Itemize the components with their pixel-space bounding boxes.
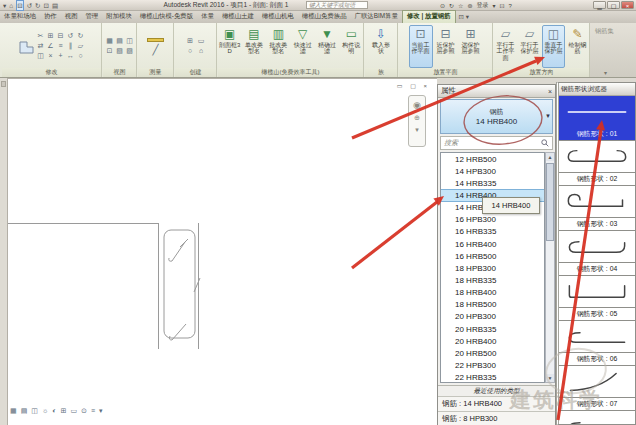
type-list-item[interactable]: 18 HRB335 (441, 274, 544, 286)
panel-expand-icon[interactable]: ▾ (604, 69, 607, 76)
type-list-item[interactable]: 22 HRB335 (441, 372, 544, 383)
tab-5[interactable]: 橄榄山快模-免费版 (136, 11, 197, 23)
type-selector-dropdown-icon[interactable]: ▼ (545, 113, 551, 119)
panel-label-gls[interactable]: 橄榄山(免费效率工具) (218, 68, 363, 77)
tab-0[interactable]: 体量和场地 (0, 11, 40, 23)
save-icon[interactable]: ⊟ (16, 0, 23, 11)
recent-type-item[interactable]: 钢筋 : 14 HRB400 (438, 396, 555, 411)
panel-label-modify[interactable]: 修改 (2, 68, 101, 77)
type-list-scrollbar[interactable]: ▲ ▼ (545, 152, 555, 383)
shape-item-03[interactable]: 钢筋形状 : 03 (559, 186, 635, 231)
type-list-item[interactable]: 16 HRB500 (441, 250, 544, 262)
sign-in-label[interactable]: 登录 (476, 1, 488, 10)
type-list-item[interactable]: 18 HRB500 (441, 299, 544, 311)
open-icon[interactable]: ⌂ (9, 1, 13, 10)
type-list-item[interactable]: 18 HPB300 (441, 262, 544, 274)
view-scale-icon[interactable]: ▦ (10, 407, 17, 415)
tab-8[interactable]: 橄榄山机电 (258, 11, 298, 23)
tab-2[interactable]: 视图 (61, 11, 82, 23)
search-input[interactable]: 键入关键字或短语 (306, 1, 368, 9)
type-list-item[interactable]: 20 HPB300 (441, 311, 544, 323)
shadows-icon[interactable]: ◐ (52, 407, 56, 415)
perpendicular-to-cover-button[interactable]: ◫垂直于保护层 (542, 25, 565, 68)
profile-icon[interactable]: ⊛ (467, 2, 472, 9)
batch-rename-type-button[interactable]: ▥批改类型名 (267, 25, 290, 68)
recent-type-item[interactable]: 钢筋 : 8 HPB300 (438, 411, 555, 425)
component-note-button[interactable]: ▭构件说明 (340, 25, 363, 68)
print-icon[interactable]: ⊡ (44, 1, 49, 10)
redo-icon[interactable]: ↻ (35, 1, 40, 10)
drawing-canvas[interactable]: ▭ ▢ × ◉ ⊕ ▾ ▦▤◫☼◐⊞▭⊙≡▾ (8, 78, 437, 425)
shape-browser-header[interactable]: 钢筋形状浏览器 (559, 83, 635, 96)
undo-icon[interactable]: ↺ (27, 1, 32, 10)
modify-tool-icon[interactable]: + (56, 51, 66, 61)
panel-label-placement-plane[interactable]: 放置平面 (399, 68, 492, 77)
modify-tool-icon[interactable]: ⊞ (46, 31, 56, 41)
zoom-icon[interactable]: ⊕ (414, 114, 420, 122)
restore-button[interactable]: ▢ (607, 1, 620, 9)
shape-item-02[interactable]: 钢筋形状 : 02 (559, 141, 635, 186)
tab-overflow-icon[interactable]: ⊡ ▾ (456, 12, 472, 23)
tab-7[interactable]: 橄榄山土建 (218, 11, 258, 23)
panel-label-placement-orientation[interactable]: 放置方向 (494, 68, 589, 77)
panel-label-view[interactable]: 视图 (103, 68, 136, 77)
modify-tool-icon[interactable]: ↻ (76, 31, 86, 41)
tab-10[interactable]: 广联达BIM算量 (351, 11, 402, 23)
load-shape-button[interactable]: ⇩载入形状 (369, 25, 393, 68)
type-list-item[interactable]: 16 HRB335 (441, 226, 544, 238)
comm-center-icon[interactable]: ⊡ (500, 2, 505, 9)
modify-select-icon[interactable]: ▤ (52, 1, 58, 10)
modify-tool-icon[interactable]: ⇄ (36, 41, 46, 51)
view-tool-icon[interactable]: ▧ (115, 46, 125, 56)
type-list-item[interactable]: 18 HRB400 (441, 287, 544, 299)
scroll-thumb[interactable] (546, 163, 554, 241)
modify-tool-icon[interactable]: ↺ (66, 31, 76, 41)
create-tool-icon[interactable]: ⊞ (185, 36, 196, 46)
modify-tool-icon[interactable]: ✂ (36, 31, 46, 41)
app-menu-icon[interactable]: ▾ (3, 1, 6, 10)
subscription-icon[interactable]: ↻ (449, 2, 454, 9)
parallel-to-cover-button[interactable]: ▱平行于保护层 (518, 25, 541, 68)
type-selector[interactable]: 钢筋 14 HRB400 (440, 99, 553, 134)
modify-tool-icon[interactable]: ⊟ (56, 31, 66, 41)
shape-item-08[interactable] (559, 411, 635, 424)
type-list-item[interactable]: 12 HRB500 (441, 153, 544, 165)
rename-type-button[interactable]: ▤单改类型名 (242, 25, 265, 68)
shape-item-04[interactable]: 钢筋形状 : 04 (559, 231, 635, 276)
dropdown-icon[interactable]: ▾ (492, 2, 495, 9)
modify-tool-icon[interactable]: ↔ (66, 51, 76, 61)
section-box-button[interactable]: ▣剖面框3D (218, 25, 241, 68)
create-tool-icon[interactable]: ⌂ (196, 46, 207, 56)
tab-modify-place-rebar[interactable]: 修改 | 放置钢筋 (402, 10, 456, 23)
crop-view-icon[interactable]: ⊞ (61, 407, 67, 415)
type-list-item[interactable]: 14 HRB335 (441, 177, 544, 189)
create-tool-icon[interactable]: ▭ (196, 36, 207, 46)
shape-item-07[interactable]: 钢筋形状 : 07 (559, 366, 635, 411)
measure-between-icon[interactable]: ╱ (152, 45, 158, 55)
view-tool-icon[interactable]: ▤ (115, 36, 125, 46)
view-tool-icon[interactable]: ⊡ (105, 46, 115, 56)
type-list-item[interactable]: 14 HPB300 (441, 165, 544, 177)
measure-ruler-icon[interactable] (147, 38, 164, 42)
type-list-item[interactable]: 22 HPB300 (441, 359, 544, 371)
help-icon[interactable]: ? (509, 3, 512, 9)
shape-item-06[interactable]: 钢筋形状 : 06 (559, 321, 635, 366)
modify-tool-icon[interactable]: ○ (76, 51, 86, 61)
favorites-icon[interactable]: ☆ (458, 2, 463, 9)
panel-label-family[interactable]: 族 (365, 68, 397, 77)
modify-tool-icon[interactable]: ◫ (36, 51, 46, 61)
view-window-controls[interactable]: ▭ ▢ × (397, 82, 430, 89)
navigation-bar[interactable]: ◉ ⊕ ▾ (408, 95, 426, 147)
modify-tool-icon[interactable]: ∠ (46, 41, 56, 51)
minimize-button[interactable]: ▁ (593, 1, 606, 9)
view-tool-icon[interactable]: ▦ (105, 36, 115, 46)
type-list-item[interactable]: 16 HRB400 (441, 238, 544, 250)
tab-4[interactable]: 附加模块 (102, 11, 136, 23)
more-icon[interactable]: ▾ (99, 407, 103, 415)
parallel-to-workplane-button[interactable]: ▱平行于工作平面 (494, 25, 517, 68)
type-list-item[interactable]: 16 HPB300 (441, 214, 544, 226)
quick-filter-button[interactable]: ▽快速过滤 (291, 25, 314, 68)
panel-label-create[interactable]: 创建 (175, 68, 216, 77)
close-button[interactable]: × (621, 1, 634, 9)
type-list-item[interactable]: 20 HRB500 (441, 347, 544, 359)
